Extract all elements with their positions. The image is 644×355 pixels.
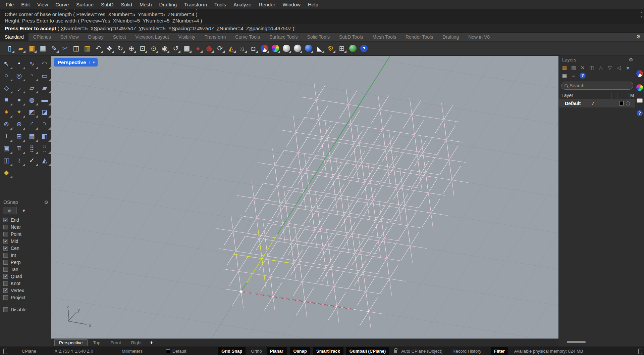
earth-icon[interactable] bbox=[348, 43, 358, 53]
open-file-icon[interactable]: ▰ bbox=[16, 43, 26, 53]
osnap-end-checkbox[interactable]: ✓ bbox=[3, 218, 8, 222]
viewport-tab-right[interactable]: Right bbox=[127, 340, 146, 346]
perspective-viewport[interactable]: Perspective ▼ z y x bbox=[51, 55, 559, 339]
viewport-layout-icon[interactable]: ▦ bbox=[182, 43, 192, 53]
select-icon[interactable]: ↖ bbox=[0, 57, 13, 70]
orient-icon[interactable]: ◍ bbox=[204, 43, 214, 53]
osnap-gear-icon[interactable]: ⚙ bbox=[44, 199, 48, 205]
new-layer-icon[interactable]: ▦ bbox=[561, 65, 568, 71]
toolbar-tab-standard[interactable]: Standard bbox=[0, 33, 29, 41]
osnap-cen-checkbox[interactable]: ✓ bbox=[3, 246, 8, 251]
print-icon[interactable]: ▤ bbox=[38, 43, 48, 53]
surface-curved-icon[interactable]: ▰ bbox=[38, 82, 51, 94]
zoom-dynamic-icon[interactable]: ⊕ bbox=[126, 43, 137, 53]
layer-table-icon[interactable]: ▦ bbox=[561, 73, 568, 79]
join-icon[interactable]: ◫ bbox=[0, 154, 13, 166]
status-filter[interactable]: Filter bbox=[491, 347, 508, 355]
explode-icon[interactable]: ✶ bbox=[0, 106, 13, 118]
layers-gear-icon[interactable]: ⚙ bbox=[629, 57, 633, 63]
zoom-extents-icon[interactable]: ◉ bbox=[160, 43, 170, 53]
sphere-icon[interactable]: ● bbox=[13, 94, 25, 106]
toolbar-tab-cplanes[interactable]: CPlanes bbox=[29, 33, 56, 41]
color-wheel-icon[interactable] bbox=[270, 43, 280, 53]
toolbar-tab-drafting[interactable]: Drafting bbox=[438, 33, 464, 41]
new-file-icon[interactable]: ▯ bbox=[5, 43, 15, 53]
menu-subd[interactable]: SubD bbox=[97, 2, 117, 7]
status-units[interactable]: Millimeters bbox=[122, 349, 143, 354]
cut-icon[interactable]: ✂ bbox=[60, 43, 70, 53]
toolbar-tab-viewport-layout[interactable]: Viewport Layout bbox=[131, 33, 174, 41]
shaded-view-icon[interactable] bbox=[281, 43, 291, 53]
status-grid-snap[interactable]: Grid Snap bbox=[218, 347, 246, 355]
boolean-difference-icon[interactable]: ⊛ bbox=[13, 118, 25, 130]
save-file-icon[interactable]: ▣ bbox=[27, 43, 37, 53]
block-icon[interactable]: ▦ bbox=[25, 130, 38, 142]
search-input[interactable] bbox=[570, 83, 623, 88]
box-icon[interactable]: ■ bbox=[0, 94, 13, 106]
viewport-tab-perspective[interactable]: Perspective bbox=[54, 339, 88, 346]
viewport-title[interactable]: Perspective bbox=[54, 59, 90, 65]
new-sublayer-icon[interactable]: ▧ bbox=[571, 65, 577, 71]
zoom-window-icon[interactable]: ⊡ bbox=[138, 43, 148, 53]
paint-icon[interactable]: ◆ bbox=[0, 166, 13, 178]
scroll-down-icon[interactable]: ▼ bbox=[640, 16, 643, 18]
gumball-icon[interactable]: ⊞ bbox=[337, 43, 347, 53]
check-icon[interactable]: ✓ bbox=[25, 154, 38, 166]
toolbar-tab-display[interactable]: Display bbox=[84, 33, 108, 41]
panel-tab-help[interactable]: ? bbox=[637, 110, 643, 116]
command-option-xnumber[interactable]: XNumber=5 bbox=[61, 26, 88, 31]
osnap-int-checkbox[interactable] bbox=[3, 253, 8, 258]
menu-window[interactable]: Window bbox=[279, 2, 304, 7]
toolbar-tab-transform[interactable]: Transform bbox=[200, 33, 230, 41]
command-option-zspacing[interactable]: ZSpacing=0.497507 bbox=[246, 26, 291, 31]
osnap-disable-checkbox[interactable] bbox=[3, 307, 8, 312]
rectangle-icon[interactable]: ▭ bbox=[38, 70, 51, 82]
split-icon[interactable]: ◪ bbox=[38, 106, 51, 118]
toolbar-tab-solid-tools[interactable]: Solid Tools bbox=[303, 33, 334, 41]
paste-icon[interactable]: ▥ bbox=[82, 43, 92, 53]
rendered-view-icon[interactable] bbox=[292, 43, 303, 53]
toolbar-settings-gear-icon[interactable]: ⚙ bbox=[636, 33, 644, 41]
copy-icon[interactable]: ◫ bbox=[71, 43, 81, 53]
osnap-point-checkbox[interactable] bbox=[3, 232, 8, 236]
toolbar-tab-surface-tools[interactable]: Surface Tools bbox=[265, 33, 303, 41]
scale-icon[interactable]: ◭ bbox=[226, 43, 236, 53]
toolbar-tab-subd-tools[interactable]: SubD Tools bbox=[334, 33, 368, 41]
viewport-dropdown-icon[interactable]: ▼ bbox=[90, 61, 98, 64]
status-smarttrack[interactable]: SmartTrack bbox=[313, 347, 343, 355]
layer-material-icon[interactable] bbox=[626, 101, 630, 105]
scroll-up-icon[interactable]: ▲ bbox=[640, 11, 643, 14]
menu-solid[interactable]: Solid bbox=[117, 2, 136, 7]
blend-curve-icon[interactable]: ◜ bbox=[25, 118, 38, 130]
menu-file[interactable]: File bbox=[2, 2, 17, 7]
options-icon[interactable]: ⚙ bbox=[326, 43, 336, 53]
duplicate-layer-icon[interactable]: ◫ bbox=[589, 65, 595, 71]
edit-page-icon[interactable]: ✎ bbox=[49, 43, 59, 53]
fillet-curve-icon[interactable]: ◞ bbox=[13, 82, 25, 94]
move-down-icon[interactable]: ▽ bbox=[607, 65, 613, 71]
command-option-znumber[interactable]: ZNumber=4 bbox=[217, 26, 244, 31]
status-cplane[interactable]: CPlane bbox=[22, 349, 36, 354]
trim-icon[interactable]: ◩ bbox=[25, 106, 38, 118]
layer-filter-icon[interactable]: ▼ bbox=[625, 65, 631, 71]
osnap-mid-checkbox[interactable]: ✓ bbox=[3, 239, 8, 243]
command-option-xspacing[interactable]: XSpacing=0.497507 bbox=[91, 26, 136, 31]
toolbar-tab-select[interactable]: Select bbox=[108, 33, 131, 41]
boolean-union-icon[interactable]: ⊚ bbox=[0, 118, 13, 130]
array-grid-icon[interactable]: ⣿ bbox=[25, 142, 38, 154]
osnap-vertex-checkbox[interactable]: ✓ bbox=[3, 288, 8, 293]
status-osnap[interactable]: Osnap bbox=[290, 347, 310, 355]
device-icon[interactable] bbox=[3, 349, 7, 354]
bend-icon[interactable]: ≀ bbox=[13, 154, 25, 166]
panel-tab-layers[interactable] bbox=[636, 84, 643, 91]
osnap-mode-tab[interactable]: ⊕ bbox=[3, 207, 17, 214]
menu-view[interactable]: View bbox=[34, 2, 52, 7]
control-point-curve-icon[interactable]: ∿ bbox=[25, 57, 38, 70]
lamp-icon[interactable]: ☼ bbox=[237, 43, 247, 53]
solid-icon[interactable]: ▣ bbox=[0, 142, 13, 154]
panel-tab-display[interactable] bbox=[637, 98, 643, 103]
slab-icon[interactable]: ▬ bbox=[38, 94, 51, 106]
layer-color-swatch[interactable] bbox=[619, 101, 624, 105]
pan-icon[interactable]: ❖ bbox=[104, 43, 114, 53]
menu-edit[interactable]: Edit bbox=[17, 2, 34, 7]
